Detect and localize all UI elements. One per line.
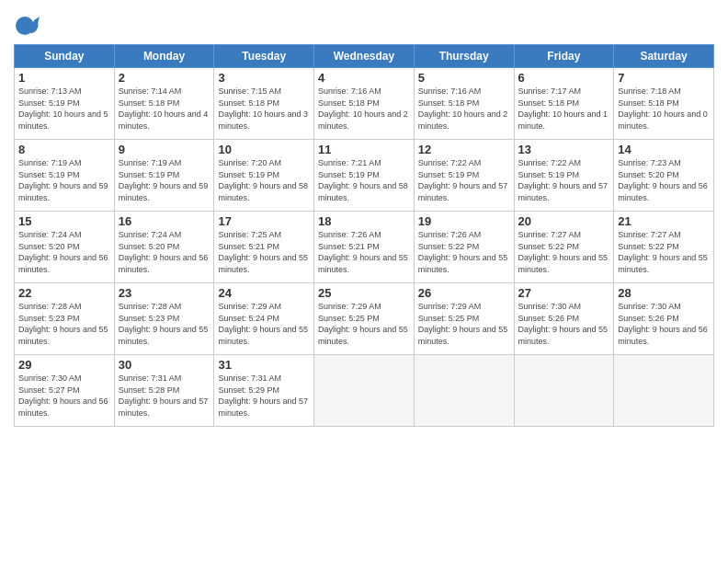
day-info: Sunrise: 7:28 AMSunset: 5:23 PMDaylight:… <box>119 301 210 347</box>
calendar-cell: 16Sunrise: 7:24 AMSunset: 5:20 PMDayligh… <box>114 212 214 283</box>
calendar-cell: 28Sunrise: 7:30 AMSunset: 5:26 PMDayligh… <box>614 283 714 355</box>
day-number: 12 <box>418 143 510 156</box>
calendar-cell: 8Sunrise: 7:19 AMSunset: 5:19 PMDaylight… <box>15 140 115 212</box>
day-number: 22 <box>18 286 110 300</box>
day-info: Sunrise: 7:21 AMSunset: 5:19 PMDaylight:… <box>318 157 410 203</box>
th-tuesday: Tuesday <box>214 45 314 68</box>
day-number: 26 <box>418 286 510 300</box>
calendar-cell: 6Sunrise: 7:17 AMSunset: 5:18 PMDaylight… <box>514 68 614 140</box>
day-number: 17 <box>218 214 310 228</box>
day-number: 1 <box>18 71 110 85</box>
calendar-cell: 13Sunrise: 7:22 AMSunset: 5:19 PMDayligh… <box>514 140 614 212</box>
day-info: Sunrise: 7:31 AMSunset: 5:28 PMDaylight:… <box>119 373 210 419</box>
day-info: Sunrise: 7:22 AMSunset: 5:19 PMDaylight:… <box>518 157 610 203</box>
day-number: 27 <box>518 286 610 300</box>
calendar-cell: 22Sunrise: 7:28 AMSunset: 5:23 PMDayligh… <box>15 283 115 355</box>
th-thursday: Thursday <box>414 45 514 68</box>
day-info: Sunrise: 7:29 AMSunset: 5:24 PMDaylight:… <box>218 301 310 347</box>
day-info: Sunrise: 7:27 AMSunset: 5:22 PMDaylight:… <box>518 229 610 275</box>
calendar-cell: 4Sunrise: 7:16 AMSunset: 5:18 PMDaylight… <box>314 68 415 140</box>
day-info: Sunrise: 7:26 AMSunset: 5:22 PMDaylight:… <box>418 229 510 275</box>
calendar-cell: 12Sunrise: 7:22 AMSunset: 5:19 PMDayligh… <box>414 140 514 212</box>
day-number: 24 <box>218 286 310 300</box>
day-info: Sunrise: 7:19 AMSunset: 5:19 PMDaylight:… <box>119 157 210 203</box>
day-number: 29 <box>18 358 110 372</box>
day-number: 31 <box>218 358 310 372</box>
calendar-cell: 3Sunrise: 7:15 AMSunset: 5:18 PMDaylight… <box>214 68 314 140</box>
day-number: 18 <box>318 214 410 228</box>
calendar-cell: 24Sunrise: 7:29 AMSunset: 5:24 PMDayligh… <box>214 283 314 355</box>
day-info: Sunrise: 7:25 AMSunset: 5:21 PMDaylight:… <box>218 229 310 275</box>
day-number: 19 <box>418 214 510 228</box>
day-info: Sunrise: 7:24 AMSunset: 5:20 PMDaylight:… <box>18 229 110 275</box>
day-number: 10 <box>218 143 310 156</box>
day-info: Sunrise: 7:30 AMSunset: 5:26 PMDaylight:… <box>518 301 610 347</box>
day-number: 16 <box>119 214 210 228</box>
calendar-week-3: 15Sunrise: 7:24 AMSunset: 5:20 PMDayligh… <box>15 212 714 283</box>
day-number: 21 <box>618 214 710 228</box>
calendar-cell: 14Sunrise: 7:23 AMSunset: 5:20 PMDayligh… <box>614 140 714 212</box>
calendar-cell: 9Sunrise: 7:19 AMSunset: 5:19 PMDaylight… <box>114 140 214 212</box>
day-info: Sunrise: 7:19 AMSunset: 5:19 PMDaylight:… <box>18 157 110 203</box>
calendar-cell: 11Sunrise: 7:21 AMSunset: 5:19 PMDayligh… <box>314 140 415 212</box>
calendar-week-4: 22Sunrise: 7:28 AMSunset: 5:23 PMDayligh… <box>15 283 714 355</box>
day-number: 2 <box>119 71 210 85</box>
day-number: 5 <box>418 71 510 85</box>
calendar-cell: 21Sunrise: 7:27 AMSunset: 5:22 PMDayligh… <box>614 212 714 283</box>
day-info: Sunrise: 7:27 AMSunset: 5:22 PMDaylight:… <box>618 229 710 275</box>
day-info: Sunrise: 7:29 AMSunset: 5:25 PMDaylight:… <box>318 301 410 347</box>
calendar-cell: 20Sunrise: 7:27 AMSunset: 5:22 PMDayligh… <box>514 212 614 283</box>
header-row: Sunday Monday Tuesday Wednesday Thursday… <box>15 45 714 68</box>
day-number: 20 <box>518 214 610 228</box>
header <box>14 9 714 39</box>
logo-icon <box>14 13 40 39</box>
day-info: Sunrise: 7:23 AMSunset: 5:20 PMDaylight:… <box>618 157 710 203</box>
calendar-week-2: 8Sunrise: 7:19 AMSunset: 5:19 PMDaylight… <box>15 140 714 212</box>
calendar-cell: 31Sunrise: 7:31 AMSunset: 5:29 PMDayligh… <box>214 355 314 427</box>
calendar-cell: 29Sunrise: 7:30 AMSunset: 5:27 PMDayligh… <box>15 355 115 427</box>
day-number: 25 <box>318 286 410 300</box>
day-info: Sunrise: 7:14 AMSunset: 5:18 PMDaylight:… <box>119 86 210 132</box>
day-info: Sunrise: 7:13 AMSunset: 5:19 PMDaylight:… <box>18 86 110 132</box>
day-info: Sunrise: 7:31 AMSunset: 5:29 PMDaylight:… <box>218 373 310 419</box>
calendar-cell: 18Sunrise: 7:26 AMSunset: 5:21 PMDayligh… <box>314 212 415 283</box>
th-monday: Monday <box>114 45 214 68</box>
day-info: Sunrise: 7:29 AMSunset: 5:25 PMDaylight:… <box>418 301 510 347</box>
calendar-week-5: 29Sunrise: 7:30 AMSunset: 5:27 PMDayligh… <box>15 355 714 427</box>
day-info: Sunrise: 7:17 AMSunset: 5:18 PMDaylight:… <box>518 86 610 132</box>
calendar-cell: 26Sunrise: 7:29 AMSunset: 5:25 PMDayligh… <box>414 283 514 355</box>
day-number: 15 <box>18 214 110 228</box>
day-info: Sunrise: 7:28 AMSunset: 5:23 PMDaylight:… <box>18 301 110 347</box>
calendar-cell <box>414 355 514 427</box>
calendar-cell: 2Sunrise: 7:14 AMSunset: 5:18 PMDaylight… <box>114 68 214 140</box>
main-container: Sunday Monday Tuesday Wednesday Thursday… <box>0 0 728 436</box>
day-info: Sunrise: 7:30 AMSunset: 5:27 PMDaylight:… <box>18 373 110 419</box>
day-number: 6 <box>518 71 610 85</box>
day-number: 14 <box>618 143 710 156</box>
calendar-cell: 7Sunrise: 7:18 AMSunset: 5:18 PMDaylight… <box>614 68 714 140</box>
calendar-cell: 15Sunrise: 7:24 AMSunset: 5:20 PMDayligh… <box>15 212 115 283</box>
day-info: Sunrise: 7:20 AMSunset: 5:19 PMDaylight:… <box>218 157 310 203</box>
calendar-cell: 5Sunrise: 7:16 AMSunset: 5:18 PMDaylight… <box>414 68 514 140</box>
calendar-cell <box>514 355 614 427</box>
calendar-cell: 27Sunrise: 7:30 AMSunset: 5:26 PMDayligh… <box>514 283 614 355</box>
day-number: 28 <box>618 286 710 300</box>
calendar-cell: 19Sunrise: 7:26 AMSunset: 5:22 PMDayligh… <box>414 212 514 283</box>
day-info: Sunrise: 7:15 AMSunset: 5:18 PMDaylight:… <box>218 86 310 132</box>
calendar-cell: 25Sunrise: 7:29 AMSunset: 5:25 PMDayligh… <box>314 283 415 355</box>
day-info: Sunrise: 7:16 AMSunset: 5:18 PMDaylight:… <box>418 86 510 132</box>
day-info: Sunrise: 7:24 AMSunset: 5:20 PMDaylight:… <box>119 229 210 275</box>
logo <box>14 13 43 39</box>
calendar-cell <box>314 355 415 427</box>
day-number: 7 <box>618 71 710 85</box>
calendar-cell: 30Sunrise: 7:31 AMSunset: 5:28 PMDayligh… <box>114 355 214 427</box>
day-number: 3 <box>218 71 310 85</box>
day-info: Sunrise: 7:30 AMSunset: 5:26 PMDaylight:… <box>618 301 710 347</box>
day-number: 4 <box>318 71 410 85</box>
th-sunday: Sunday <box>15 45 115 68</box>
th-wednesday: Wednesday <box>314 45 415 68</box>
th-saturday: Saturday <box>614 45 714 68</box>
day-number: 23 <box>119 286 210 300</box>
calendar-cell: 10Sunrise: 7:20 AMSunset: 5:19 PMDayligh… <box>214 140 314 212</box>
calendar-cell <box>614 355 714 427</box>
